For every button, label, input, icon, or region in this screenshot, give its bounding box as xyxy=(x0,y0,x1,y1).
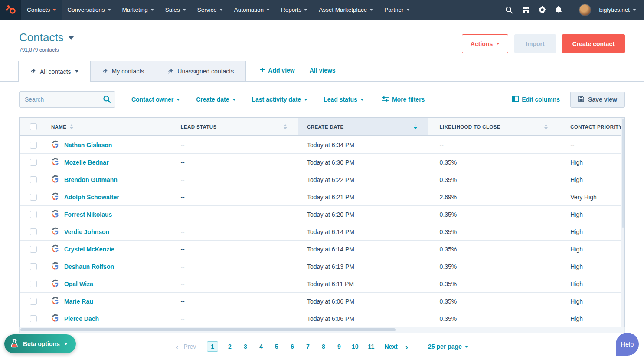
row-checkbox[interactable] xyxy=(30,159,37,166)
row-checkbox[interactable] xyxy=(30,298,37,305)
vertical-scrollbar-thumb[interactable] xyxy=(622,119,624,228)
page-number[interactable]: 7 xyxy=(305,343,311,350)
all-views-link[interactable]: All views xyxy=(310,67,336,74)
page-number[interactable]: 11 xyxy=(368,343,375,350)
filter-last-activity-date[interactable]: Last activity date xyxy=(252,96,308,103)
column-header-name[interactable]: NAME xyxy=(47,118,169,135)
row-checkbox[interactable] xyxy=(30,211,37,218)
import-button[interactable]: Import xyxy=(514,34,556,53)
contact-name-link[interactable]: Mozelle Bednar xyxy=(64,159,109,166)
google-sync-icon xyxy=(51,192,59,201)
create-contact-button[interactable]: Create contact xyxy=(562,34,625,53)
page-number[interactable]: 2 xyxy=(227,343,233,350)
row-checkbox[interactable] xyxy=(30,228,37,235)
nav-menu-item[interactable]: Contacts xyxy=(21,0,62,20)
page-number[interactable]: 10 xyxy=(352,343,359,350)
create-date-value: Today at 6:34 PM xyxy=(307,142,354,149)
help-button[interactable]: Help xyxy=(616,333,639,356)
sort-icon[interactable] xyxy=(70,124,73,129)
sort-icon[interactable] xyxy=(544,124,548,129)
tab-my-contacts[interactable]: My contacts xyxy=(91,61,157,81)
contacts-table: NAME LEAD STATUS CREATE DATE LIKELIHOOD … xyxy=(19,117,625,327)
save-view-button[interactable]: Save view xyxy=(570,92,625,108)
google-sync-icon xyxy=(51,210,59,219)
row-checkbox[interactable] xyxy=(30,142,37,149)
filter-lead-status[interactable]: Lead status xyxy=(324,96,364,103)
row-checkbox[interactable] xyxy=(30,176,37,183)
contact-name-link[interactable]: Forrest Nikolaus xyxy=(64,211,112,218)
account-menu[interactable]: biglytics.net xyxy=(599,7,636,13)
contact-name-link[interactable]: Pierce Dach xyxy=(64,315,99,322)
per-page-dropdown[interactable]: 25 per page xyxy=(428,343,468,350)
prev-button[interactable]: Prev xyxy=(183,343,196,350)
tab-unassigned-contacts[interactable]: Unassigned contacts xyxy=(156,61,246,81)
add-view-link[interactable]: Add view xyxy=(260,67,294,74)
contact-name-link[interactable]: Opal Wiza xyxy=(64,281,93,287)
contact-name-link[interactable]: Adolph Schowalter xyxy=(64,194,119,201)
page-number[interactable]: 9 xyxy=(336,343,342,350)
nav-menu-item[interactable]: Sales xyxy=(160,0,192,20)
search-icon[interactable] xyxy=(103,95,111,105)
pin-icon xyxy=(30,69,36,74)
page-number[interactable]: 6 xyxy=(289,343,295,350)
save-icon xyxy=(578,96,584,103)
column-header-lead-status[interactable]: LEAD STATUS xyxy=(168,118,298,135)
sort-icon[interactable] xyxy=(284,124,287,129)
contact-name-link[interactable]: Brendon Gutmann xyxy=(64,176,118,183)
nav-menu-item[interactable]: Reports xyxy=(275,0,313,20)
filter-bar: Contact owner Create date Last activity … xyxy=(0,82,644,108)
notifications-bell-icon[interactable] xyxy=(554,6,563,14)
contact-name-link[interactable]: Marie Rau xyxy=(64,298,93,305)
next-button[interactable]: Next xyxy=(384,343,397,350)
sort-descending-icon[interactable] xyxy=(414,124,417,129)
tab-all-contacts[interactable]: All contacts xyxy=(18,61,91,82)
user-avatar[interactable] xyxy=(579,4,591,16)
contact-name-link[interactable]: Deshaun Rolfson xyxy=(64,263,114,270)
page-number[interactable]: 8 xyxy=(320,343,327,350)
row-checkbox[interactable] xyxy=(30,246,37,253)
search-box xyxy=(19,91,115,108)
horizontal-scrollbar-thumb[interactable] xyxy=(20,328,396,331)
column-header-create-date[interactable]: CREATE DATE xyxy=(298,118,428,135)
row-checkbox[interactable] xyxy=(30,281,37,287)
nav-menu-item[interactable]: Marketing xyxy=(117,0,160,20)
column-header-likelihood[interactable]: LIKELIHOOD TO CLOSE xyxy=(428,118,559,135)
filter-contact-owner[interactable]: Contact owner xyxy=(131,96,180,103)
contact-name-link[interactable]: Crystel McKenzie xyxy=(64,246,114,253)
page-number[interactable]: 4 xyxy=(258,343,264,350)
select-all-checkbox[interactable] xyxy=(30,123,37,130)
next-chevron-icon[interactable]: › xyxy=(405,343,408,351)
contact-name-link[interactable]: Verdie Johnson xyxy=(64,228,109,235)
beta-options-button[interactable]: Beta options xyxy=(4,334,76,353)
pagination: ‹ Prev 1 2 3 4 5 6 7 8 9 10 11 Next › 25… xyxy=(0,341,644,352)
nav-menu-item[interactable]: Service xyxy=(192,0,229,20)
page-title-dropdown[interactable]: Contacts xyxy=(19,31,74,44)
search-icon[interactable] xyxy=(505,6,513,14)
row-checkbox[interactable] xyxy=(30,263,37,270)
nav-menu-item[interactable]: Automation xyxy=(229,0,275,20)
page-number[interactable]: 3 xyxy=(242,343,248,350)
hubspot-logo[interactable] xyxy=(0,0,21,20)
search-input[interactable] xyxy=(19,91,115,108)
more-filters-link[interactable]: More filters xyxy=(382,96,425,103)
prev-chevron-icon[interactable]: ‹ xyxy=(176,343,178,351)
google-sync-icon xyxy=(51,140,59,149)
marketplace-icon[interactable] xyxy=(521,6,530,14)
contact-name-link[interactable]: Nathan Gislason xyxy=(64,142,112,149)
column-header-contact-priority[interactable]: CONTACT PRIORITY xyxy=(558,118,624,135)
nav-menu-item[interactable]: Asset Marketplace xyxy=(313,0,379,20)
actions-button[interactable]: Actions xyxy=(462,34,508,53)
nav-menu-item[interactable]: Conversations xyxy=(62,0,116,20)
page-number[interactable]: 5 xyxy=(274,343,280,350)
nav-menu-item[interactable]: Partner xyxy=(379,0,415,20)
edit-columns-link[interactable]: Edit columns xyxy=(512,96,560,103)
settings-gear-icon[interactable] xyxy=(538,6,546,14)
chevron-down-icon xyxy=(465,346,468,348)
lead-status-value: -- xyxy=(180,176,184,183)
vertical-scrollbar xyxy=(621,118,624,327)
page-number[interactable]: 1 xyxy=(207,341,218,352)
contact-priority-value: High xyxy=(570,211,583,218)
row-checkbox[interactable] xyxy=(30,315,37,322)
filter-create-date[interactable]: Create date xyxy=(196,96,235,103)
row-checkbox[interactable] xyxy=(30,194,37,201)
